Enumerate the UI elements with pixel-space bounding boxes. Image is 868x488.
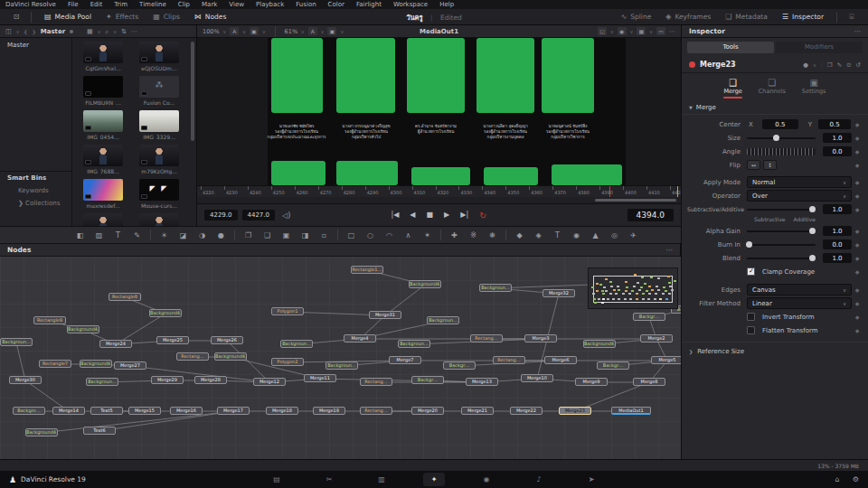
toolbar-button-media-pool[interactable]: ▤Media Pool bbox=[37, 9, 99, 25]
fusion-node-Merge32[interactable]: Merge32 bbox=[542, 289, 575, 297]
keyframe-icon[interactable]: ◆ bbox=[852, 255, 863, 261]
fusion-tool-icon[interactable]: ❋ bbox=[483, 231, 502, 239]
menu-color[interactable]: Color bbox=[328, 1, 344, 8]
fusion-node-Merge30[interactable]: Merge30 bbox=[9, 376, 42, 384]
media-clip[interactable]: IMG_3329... bbox=[139, 110, 179, 140]
fusion-tool-icon[interactable]: □ bbox=[342, 231, 361, 239]
smart-bin-keywords[interactable]: Keywords bbox=[0, 184, 71, 197]
fusion-tool-icon[interactable]: ◧ bbox=[71, 231, 90, 239]
angle-thumbwheel[interactable] bbox=[747, 148, 816, 155]
fusion-tool-icon[interactable]: ● bbox=[212, 231, 231, 239]
menu-davinci-resolve[interactable]: DaVinci Resolve bbox=[5, 1, 56, 8]
fusion-tool-icon[interactable]: ▣ bbox=[277, 231, 296, 239]
fusion-tool-icon[interactable]: ◨ bbox=[296, 231, 315, 239]
project-manager-icon[interactable]: ⌂ bbox=[835, 475, 840, 483]
apply-mode-select[interactable]: Normal∨ bbox=[747, 176, 852, 188]
fusion-node-Merge22[interactable]: Merge22 bbox=[510, 407, 542, 415]
center-x-input[interactable]: 0.5 bbox=[762, 119, 798, 129]
keyframe-icon[interactable]: ◆ bbox=[852, 268, 863, 275]
toolbar-button-nodes[interactable]: ⋈Nodes bbox=[187, 9, 233, 25]
fusion-node-Merge2[interactable]: Merge2 bbox=[640, 334, 673, 343]
fusion-node-Merge27[interactable]: Merge27 bbox=[114, 361, 146, 370]
go-to-end-button[interactable]: ▶| bbox=[460, 211, 468, 221]
chevron-down-icon[interactable]: ∨ bbox=[98, 29, 101, 34]
audio-mute-icon[interactable]: ◁) bbox=[282, 211, 290, 220]
keyframe-icon[interactable]: ◆ bbox=[852, 162, 863, 168]
fusion-node-Merge7[interactable]: Merge7 bbox=[389, 356, 421, 364]
page-deliver[interactable]: ➤ bbox=[580, 473, 602, 486]
menu-fusion[interactable]: Fusion bbox=[296, 1, 316, 8]
fusion-tool-icon[interactable]: ○ bbox=[361, 231, 380, 239]
page-media[interactable]: ▤ bbox=[266, 473, 288, 486]
grid-overlay-icon[interactable]: ▦ bbox=[637, 27, 646, 35]
viewer-option-image-icon[interactable]: ▣ bbox=[250, 27, 259, 35]
toolbar-button-keyframes[interactable]: ◈Keyframes bbox=[658, 9, 718, 25]
fusion-tool-icon[interactable]: ◠ bbox=[380, 231, 399, 239]
fusion-node-Backgr[interactable]: Backgr… bbox=[597, 361, 629, 370]
fusion-node-Backgro[interactable]: Backgro… bbox=[13, 407, 45, 415]
chevron-down-icon[interactable]: ∨ bbox=[16, 29, 20, 34]
fusion-tool-icon[interactable]: ◎ bbox=[605, 231, 624, 239]
media-clip[interactable]: IMG_0454... bbox=[83, 110, 123, 140]
chevron-down-icon[interactable]: ∨ bbox=[340, 29, 344, 34]
menu-mark[interactable]: Mark bbox=[202, 1, 217, 8]
fusion-node-Rectang[interactable]: Rectang… bbox=[470, 334, 503, 343]
fusion-node-Merge21[interactable]: Merge21 bbox=[461, 407, 494, 415]
play-button[interactable]: ▶ bbox=[444, 211, 449, 221]
keyframe-icon[interactable]: ◆ bbox=[852, 241, 863, 248]
menu-fairlight[interactable]: Fairlight bbox=[356, 1, 382, 8]
fusion-node-Rectang[interactable]: Rectang… bbox=[360, 407, 392, 415]
keyframe-icon[interactable]: ◆ bbox=[852, 228, 863, 234]
burn-in-slider[interactable] bbox=[747, 244, 816, 246]
media-clip[interactable]: FILMBURN_... bbox=[83, 76, 123, 106]
fusion-node-Merge25[interactable]: Merge25 bbox=[156, 336, 189, 344]
fusion-node-Merge31[interactable]: Merge31 bbox=[369, 311, 401, 319]
smart-bins-header[interactable]: Smart Bins bbox=[0, 171, 71, 184]
viewer-option-a-icon[interactable]: A bbox=[230, 27, 239, 35]
media-clip[interactable]: CgIGmVhxl... bbox=[83, 42, 123, 71]
presentation-icon[interactable]: ⌻ bbox=[843, 13, 861, 22]
chevron-down-icon[interactable]: ∨ bbox=[630, 29, 634, 34]
sort-icon[interactable]: ⇅ bbox=[121, 28, 127, 35]
chevron-down-icon[interactable]: ∨ bbox=[301, 29, 305, 34]
render-out-timecode[interactable]: 4427.0 bbox=[242, 210, 276, 221]
flip-horizontal-button[interactable]: ↔ bbox=[747, 160, 760, 170]
keyframe-icon[interactable]: ◆ bbox=[852, 286, 863, 293]
fusion-node-Merge12[interactable]: Merge12 bbox=[253, 378, 286, 386]
fusion-tool-icon[interactable]: ◪ bbox=[174, 231, 193, 239]
keyframe-icon[interactable]: ◆ bbox=[852, 327, 863, 333]
fusion-tool-icon[interactable]: ✶ bbox=[418, 231, 437, 239]
media-clip[interactable]: maxresdef... bbox=[83, 179, 123, 209]
fusion-node-Rectangle8[interactable]: Rectangle8 bbox=[108, 293, 141, 301]
fusion-node-Backgr[interactable]: Backgr… bbox=[411, 376, 444, 384]
size-input[interactable]: 1.0 bbox=[823, 133, 852, 143]
fusion-tool-icon[interactable]: ❏ bbox=[258, 231, 277, 239]
fusion-node-Merge5[interactable]: Merge5 bbox=[651, 356, 681, 364]
fusion-tool-icon[interactable]: ▫ bbox=[315, 231, 334, 239]
fusion-node-Backgroun[interactable]: Backgroun… bbox=[398, 340, 430, 348]
version-dot-icon[interactable]: ● bbox=[803, 61, 808, 69]
pick-icon[interactable]: ✎ bbox=[837, 61, 842, 69]
fusion-node-Rectang[interactable]: Rectang… bbox=[493, 356, 525, 364]
keyframe-icon[interactable]: ◆ bbox=[852, 300, 863, 306]
fusion-node-Background4[interactable]: Background4… bbox=[80, 360, 112, 368]
fusion-tool-icon[interactable]: ☀ bbox=[155, 231, 174, 239]
media-clip[interactable]: Mouse-curs... bbox=[139, 179, 179, 209]
chevron-down-icon[interactable]: ∨ bbox=[813, 62, 816, 68]
fusion-node-Merge11[interactable]: Merge11 bbox=[304, 374, 336, 382]
step-back-button[interactable]: ◀ bbox=[410, 211, 415, 221]
media-clip[interactable]: m79KzOHg... bbox=[139, 145, 179, 174]
gamut-icon[interactable]: ◱ bbox=[598, 27, 607, 35]
fusion-node-Background4[interactable]: Background4… bbox=[409, 280, 441, 288]
toolbar-button-clips[interactable]: ▦Clips bbox=[146, 9, 187, 25]
fusion-node-Background4[interactable]: Background4… bbox=[25, 428, 58, 436]
toolbar-button-inspector[interactable]: ☰Inspector bbox=[775, 9, 831, 25]
fusion-node-Merge9[interactable]: Merge9 bbox=[575, 378, 608, 386]
fusion-node-Text6[interactable]: Text6 bbox=[83, 427, 116, 435]
blend-slider[interactable] bbox=[747, 258, 816, 259]
fusion-node-Merge26[interactable]: Merge26 bbox=[211, 336, 243, 344]
fusion-node-Background4[interactable]: Background4… bbox=[149, 309, 182, 317]
3d-view-icon[interactable]: ◉ bbox=[618, 27, 627, 35]
menu-help[interactable]: Help bbox=[439, 1, 454, 8]
fusion-node-Merge15[interactable]: Merge15 bbox=[128, 407, 161, 415]
